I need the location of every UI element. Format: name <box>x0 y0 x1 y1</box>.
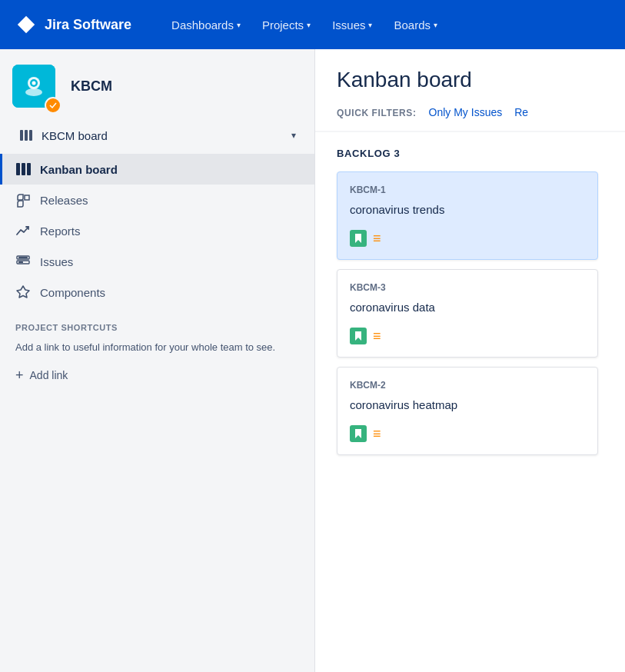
issue-card-kbcm2[interactable]: KBCM-2 coronavirus heatmap ≡ <box>337 367 598 455</box>
nav-issues[interactable]: Issues ▾ <box>323 12 381 38</box>
nav-dashboards[interactable]: Dashboards ▾ <box>162 12 250 38</box>
issue-id: KBCM-1 <box>350 185 585 195</box>
issue-card-kbcm1[interactable]: KBCM-1 coronavirus trends ≡ <box>337 171 598 260</box>
issues-icon <box>15 254 31 269</box>
chevron-down-icon: ▾ <box>237 21 241 29</box>
top-menu: Dashboards ▾ Projects ▾ Issues ▾ Boards … <box>162 12 447 38</box>
layout: KBCM KBCM board ▾ <box>0 49 625 672</box>
issue-footer: ≡ <box>350 425 585 442</box>
add-link-label: Add link <box>30 369 68 381</box>
svg-rect-12 <box>18 261 23 263</box>
issue-footer: ≡ <box>350 328 585 344</box>
plus-icon: + <box>15 368 24 384</box>
priority-icon: ≡ <box>373 427 381 441</box>
chevron-down-icon: ▾ <box>434 21 437 29</box>
quick-filter-my-issues[interactable]: Only My Issues <box>429 105 503 121</box>
nav-boards[interactable]: Boards ▾ <box>384 12 447 38</box>
sidebar-item-label: Kanban board <box>40 163 118 176</box>
bookmark-icon <box>350 328 367 344</box>
issue-title: coronavirus heatmap <box>350 397 585 413</box>
sidebar-item-label: Issues <box>40 255 73 268</box>
logo-text: Jira Software <box>45 17 131 33</box>
svg-point-3 <box>25 88 42 96</box>
nav-projects[interactable]: Projects ▾ <box>253 12 320 38</box>
main-content: Kanban board QUICK FILTERS: Only My Issu… <box>315 49 625 672</box>
chevron-down-icon: ▾ <box>368 21 372 29</box>
badge-icon <box>45 97 62 114</box>
top-nav: Jira Software Dashboards ▾ Projects ▾ Is… <box>0 0 625 49</box>
shortcuts-description: Add a link to useful information for you… <box>15 340 299 355</box>
sidebar-item-reports[interactable]: Reports <box>0 215 314 246</box>
backlog-header: BACKLOG 3 <box>337 148 603 159</box>
svg-rect-6 <box>29 130 32 141</box>
quick-filters-bar: QUICK FILTERS: Only My Issues Re <box>337 105 603 121</box>
sidebar-nav: Kanban board Releases <box>0 154 314 308</box>
sidebar-item-label: Releases <box>40 194 88 207</box>
svg-rect-8 <box>22 163 25 175</box>
board-header: Kanban board QUICK FILTERS: Only My Issu… <box>315 49 625 132</box>
project-header: KBCM <box>0 49 314 120</box>
kanban-icon <box>15 161 31 177</box>
sidebar-item-label: Components <box>40 286 105 299</box>
shortcuts-section: PROJECT SHORTCUTS Add a link to useful i… <box>0 308 314 393</box>
reports-icon <box>15 223 31 238</box>
sidebar-item-issues[interactable]: Issues <box>0 246 314 277</box>
issue-title: coronavirus trends <box>350 201 585 218</box>
shortcuts-title: PROJECT SHORTCUTS <box>15 323 299 332</box>
chevron-down-icon: ▾ <box>307 21 311 29</box>
issue-title: coronavirus data <box>350 299 585 315</box>
quick-filters-label: QUICK FILTERS: <box>337 108 417 118</box>
board-title: Kanban board <box>337 68 603 92</box>
sidebar-item-components[interactable]: Components <box>0 277 314 308</box>
svg-rect-5 <box>25 130 28 141</box>
issue-footer: ≡ <box>350 230 585 247</box>
svg-rect-9 <box>27 163 31 175</box>
issue-card-kbcm3[interactable]: KBCM-3 coronavirus data ≡ <box>337 269 598 358</box>
sidebar-item-label: Reports <box>40 225 81 238</box>
components-icon <box>15 284 31 300</box>
sidebar-item-kanban-board[interactable]: Kanban board <box>0 154 314 185</box>
svg-rect-4 <box>20 130 23 141</box>
priority-icon: ≡ <box>373 231 381 245</box>
priority-icon: ≡ <box>373 329 381 343</box>
sidebar-item-releases[interactable]: Releases <box>0 185 314 215</box>
project-avatar <box>12 65 55 108</box>
sidebar: KBCM KBCM board ▾ <box>0 49 315 672</box>
svg-rect-13 <box>18 257 28 258</box>
chevron-down-icon: ▾ <box>291 130 296 141</box>
svg-rect-7 <box>16 163 20 175</box>
bookmark-icon <box>350 230 367 247</box>
issue-id: KBCM-3 <box>350 282 585 293</box>
add-link-button[interactable]: + Add link <box>15 364 299 387</box>
logo[interactable]: Jira Software <box>15 14 131 35</box>
svg-point-2 <box>32 82 36 85</box>
board-selector[interactable]: KBCM board ▾ <box>6 120 308 151</box>
board-icon <box>18 128 34 143</box>
project-name: KBCM <box>71 78 112 95</box>
issue-id: KBCM-2 <box>350 380 585 391</box>
board-selector-label: KBCM board <box>18 128 108 143</box>
board-content: BACKLOG 3 KBCM-1 coronavirus trends ≡ KB… <box>315 132 625 480</box>
releases-icon <box>15 192 31 208</box>
bookmark-icon <box>350 425 367 442</box>
quick-filter-re[interactable]: Re <box>514 105 528 121</box>
